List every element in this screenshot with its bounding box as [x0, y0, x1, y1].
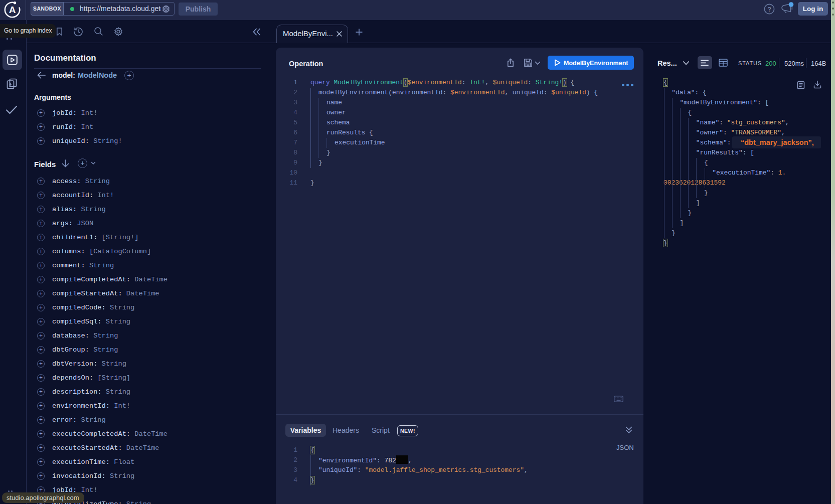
svg-text:?: ?	[768, 6, 771, 13]
svg-text:A: A	[9, 5, 16, 15]
